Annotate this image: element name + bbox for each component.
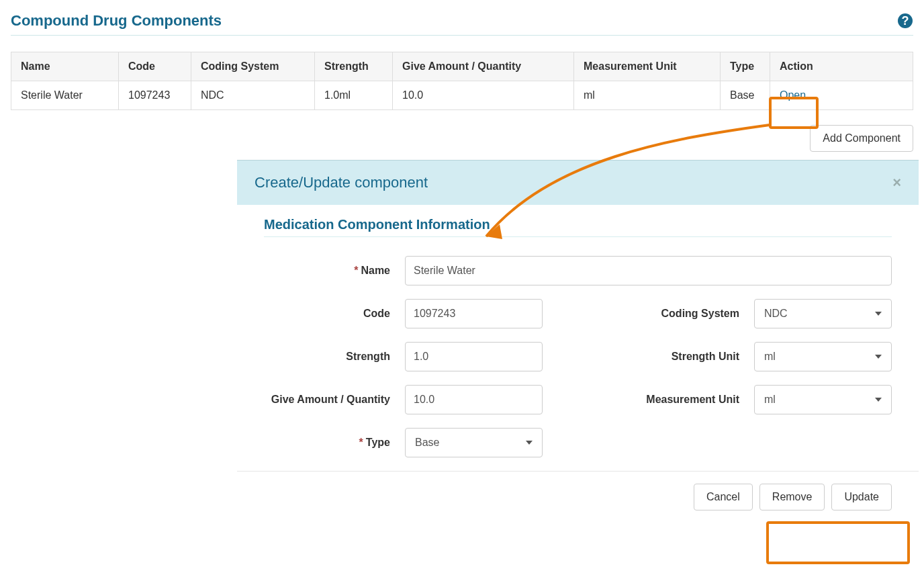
section-title: Compound Drug Components (11, 12, 222, 30)
col-header-strength: Strength (315, 52, 393, 81)
cell-give-amount: 10.0 (393, 81, 574, 110)
components-table: Name Code Coding System Strength Give Am… (11, 52, 913, 110)
type-value: Base (415, 437, 439, 449)
open-link[interactable]: Open (780, 89, 806, 101)
col-header-name: Name (11, 52, 119, 81)
close-icon[interactable]: × (892, 174, 901, 191)
cell-name: Sterile Water (11, 81, 119, 110)
svg-text:?: ? (902, 14, 909, 28)
col-header-action: Action (770, 52, 913, 81)
col-header-give-amount: Give Amount / Quantity (393, 52, 574, 81)
label-strength-unit: Strength Unit (543, 351, 754, 363)
measurement-unit-select[interactable]: ml (754, 385, 892, 414)
section-header: Compound Drug Components ? (11, 12, 913, 36)
panel-title: Create/Update component (255, 174, 428, 191)
strength-unit-select[interactable]: ml (754, 342, 892, 371)
panel-footer: Cancel Remove Update (237, 471, 919, 523)
label-measurement-unit: Measurement Unit (543, 394, 754, 406)
cell-measurement-unit: ml (574, 81, 721, 110)
cancel-button[interactable]: Cancel (694, 484, 753, 510)
table-row: Sterile Water 1097243 NDC 1.0ml 10.0 ml … (11, 81, 913, 110)
col-header-code: Code (119, 52, 191, 81)
caret-down-icon (875, 398, 882, 402)
cell-code: 1097243 (119, 81, 191, 110)
give-amount-field[interactable] (405, 385, 543, 414)
caret-down-icon (526, 441, 533, 445)
help-icon[interactable]: ? (897, 13, 913, 29)
strength-unit-value: ml (764, 351, 776, 363)
label-name: *Name (264, 264, 405, 277)
remove-button[interactable]: Remove (759, 484, 825, 510)
label-give-amount: Give Amount / Quantity (264, 393, 405, 406)
label-code: Code (264, 307, 405, 320)
panel-subtitle: Medication Component Information (264, 217, 892, 237)
caret-down-icon (875, 355, 882, 359)
label-coding-system: Coding System (543, 308, 754, 320)
add-component-button[interactable]: Add Component (810, 125, 913, 152)
table-header-row: Name Code Coding System Strength Give Am… (11, 52, 913, 81)
code-field[interactable] (405, 299, 543, 328)
annotation-highlight-buttons (766, 521, 910, 564)
panel-header: Create/Update component × (237, 160, 919, 205)
cell-type: Base (721, 81, 770, 110)
form-row-type: *Type Base (264, 428, 892, 457)
type-select[interactable]: Base (405, 428, 543, 457)
form-row-give-amount: Give Amount / Quantity Measurement Unit … (264, 385, 892, 414)
col-header-measurement-unit: Measurement Unit (574, 52, 721, 81)
add-button-row: Add Component (11, 125, 913, 152)
update-button[interactable]: Update (831, 484, 892, 510)
cell-coding-system: NDC (191, 81, 315, 110)
label-type: *Type (264, 436, 405, 449)
coding-system-select[interactable]: NDC (754, 299, 892, 328)
measurement-unit-value: ml (764, 394, 776, 406)
col-header-coding-system: Coding System (191, 52, 315, 81)
label-strength: Strength (264, 350, 405, 363)
cell-strength: 1.0ml (315, 81, 393, 110)
col-header-type: Type (721, 52, 770, 81)
form-row-strength: Strength Strength Unit ml (264, 342, 892, 371)
panel-body: Medication Component Information *Name C… (237, 205, 919, 457)
form-row-code: Code Coding System NDC (264, 299, 892, 328)
coding-system-value: NDC (764, 308, 788, 320)
strength-field[interactable] (405, 342, 543, 371)
form-row-name: *Name (264, 256, 892, 285)
create-update-panel: Create/Update component × Medication Com… (237, 160, 919, 523)
caret-down-icon (875, 312, 882, 316)
name-field[interactable] (405, 256, 892, 285)
